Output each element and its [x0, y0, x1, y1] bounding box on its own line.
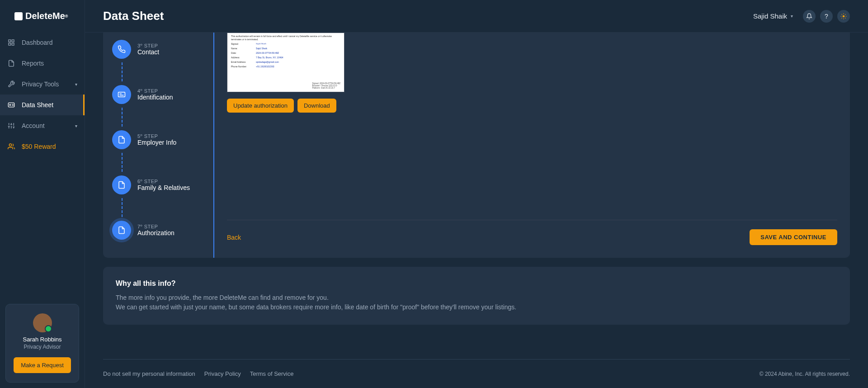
- wrench-icon: [7, 80, 15, 88]
- sidebar-item-label: Dashboard: [22, 39, 53, 46]
- step-title: Identification: [137, 94, 173, 101]
- sliders-icon: [7, 122, 15, 130]
- sun-icon: [840, 13, 847, 19]
- phone-icon: [112, 40, 131, 59]
- doc-date-value: 2024-03-07T04:59:48Z: [256, 52, 279, 54]
- svg-rect-3: [12, 43, 14, 45]
- sidebar: DeleteMe® Dashboard Reports Privacy Tool…: [0, 0, 85, 388]
- svg-line-24: [845, 14, 845, 14]
- main-nav: Dashboard Reports Privacy Tools ▾ Data: [0, 32, 85, 298]
- content-area: 3º STEP Contact 4º STEP Identification: [85, 33, 868, 388]
- bell-icon: [806, 13, 812, 19]
- sidebar-item-privacy-tools[interactable]: Privacy Tools ▾: [0, 74, 85, 95]
- user-menu[interactable]: Sajid Shaik ▾: [753, 12, 793, 20]
- users-icon: [7, 142, 15, 151]
- topbar: Data Sheet Sajid Shaik ▾ ?: [85, 0, 868, 33]
- footer-link-do-not-sell[interactable]: Do not sell my personal information: [103, 370, 195, 377]
- topbar-right: Sajid Shaik ▾ ?: [753, 10, 850, 23]
- svg-rect-0: [9, 40, 11, 42]
- document-icon: [112, 221, 131, 240]
- doc-intro: This authorization will remain in full f…: [231, 35, 340, 41]
- update-authorization-button[interactable]: Update authorization: [227, 99, 294, 113]
- help-button[interactable]: ?: [820, 10, 833, 23]
- step-number: 6º STEP: [137, 179, 190, 184]
- brand-name: DeleteMe: [25, 11, 65, 21]
- step-title: Family & Relatives: [137, 184, 190, 191]
- doc-phone-label: Phone Number:: [231, 65, 256, 68]
- step-employer-info[interactable]: 5º STEP Employer Info: [103, 127, 213, 153]
- advisor-name: Sarah Robbins: [11, 336, 73, 343]
- make-request-button[interactable]: Make a Request: [14, 357, 71, 373]
- sidebar-item-label: Reports: [22, 60, 44, 67]
- copyright: © 2024 Abine, Inc. All rights reserved.: [760, 371, 850, 377]
- sidebar-item-label: $50 Reward: [22, 143, 56, 150]
- grid-icon: [7, 38, 15, 47]
- doc-email-value: spidadaga@gmail.com: [256, 61, 279, 63]
- sidebar-item-dashboard[interactable]: Dashboard: [0, 32, 85, 53]
- info-panel: Why all this info? The more info you pro…: [103, 267, 850, 325]
- step-title: Employer Info: [137, 139, 176, 146]
- sidebar-item-label: Privacy Tools: [22, 80, 59, 88]
- sidebar-item-reward[interactable]: $50 Reward: [0, 136, 85, 157]
- page-footer: Do not sell my personal information Priv…: [103, 359, 850, 377]
- doc-actions: Update authorization Download: [227, 99, 837, 113]
- sidebar-item-reports[interactable]: Reports: [0, 53, 85, 74]
- doc-name-value: Sajid Shaik: [256, 47, 267, 50]
- step-title: Contact: [137, 48, 159, 56]
- sidebar-item-account[interactable]: Account ▾: [0, 115, 85, 136]
- file-icon: [7, 59, 15, 67]
- doc-signed-value: Sajid Shaik: [256, 43, 266, 45]
- svg-line-20: [845, 18, 845, 18]
- step-number: 3º STEP: [137, 43, 159, 48]
- svg-rect-25: [118, 92, 125, 97]
- save-continue-button[interactable]: SAVE AND CONTINUE: [750, 229, 837, 245]
- chevron-down-icon: ▾: [791, 14, 793, 19]
- theme-toggle-button[interactable]: [837, 10, 850, 23]
- chevron-down-icon: ▾: [75, 123, 77, 128]
- document-icon: [112, 175, 131, 194]
- svg-line-19: [841, 14, 842, 14]
- notifications-button[interactable]: [803, 10, 816, 23]
- step-number: 4º STEP: [137, 88, 173, 94]
- step-number: 7º STEP: [137, 224, 175, 229]
- logo-icon: [14, 12, 23, 20]
- user-name: Sajid Shaik: [753, 12, 787, 20]
- footer-link-privacy-policy[interactable]: Privacy Policy: [204, 370, 241, 377]
- svg-rect-1: [12, 40, 14, 42]
- step-authorization[interactable]: 7º STEP Authorization: [103, 217, 213, 243]
- svg-point-16: [843, 15, 845, 17]
- question-icon: ?: [825, 13, 828, 20]
- doc-address-value: 7 Bay St, Bronx, NY, 10464: [256, 56, 283, 59]
- doc-footer: Signed: 2024-03-07T04:59:48Z Browser: Ch…: [312, 82, 340, 89]
- form-footer: Back SAVE AND CONTINUE: [227, 220, 837, 245]
- doc-date-label: Date:: [231, 52, 256, 54]
- back-link[interactable]: Back: [227, 234, 241, 241]
- sidebar-item-label: Data Sheet: [22, 101, 53, 109]
- advisor-card: Sarah Robbins Privacy Advisor Make a Req…: [5, 304, 79, 383]
- page-title: Data Sheet: [103, 9, 164, 23]
- info-body: The more info you provide, the more Dele…: [116, 293, 837, 312]
- doc-footer-platform: Platform: macOS 10.15.7: [312, 87, 340, 89]
- step-contact[interactable]: 3º STEP Contact: [103, 36, 213, 62]
- brand-logo: DeleteMe®: [0, 0, 85, 32]
- step-family-relatives[interactable]: 6º STEP Family & Relatives: [103, 172, 213, 198]
- step-number: 5º STEP: [137, 133, 176, 139]
- download-button[interactable]: Download: [297, 99, 336, 113]
- chevron-down-icon: ▾: [75, 82, 77, 87]
- info-title: Why all this info?: [116, 279, 837, 288]
- advisor-role: Privacy Advisor: [11, 344, 73, 350]
- sidebar-item-data-sheet[interactable]: Data Sheet: [0, 95, 85, 115]
- sidebar-item-label: Account: [22, 122, 45, 129]
- footer-link-terms[interactable]: Terms of Service: [250, 370, 294, 377]
- svg-rect-2: [9, 43, 11, 45]
- authorization-document-preview: This authorization will remain in full f…: [227, 33, 344, 92]
- steps-column: 3º STEP Contact 4º STEP Identification: [103, 33, 214, 258]
- document-icon: [112, 130, 131, 149]
- doc-email-label: Email Address:: [231, 61, 256, 63]
- doc-address-label: Address:: [231, 56, 256, 59]
- advisor-avatar: [33, 313, 52, 332]
- step-identification[interactable]: 4º STEP Identification: [103, 81, 213, 108]
- id-card-icon: [7, 101, 15, 109]
- step-title: Authorization: [137, 229, 175, 237]
- svg-point-15: [9, 144, 11, 146]
